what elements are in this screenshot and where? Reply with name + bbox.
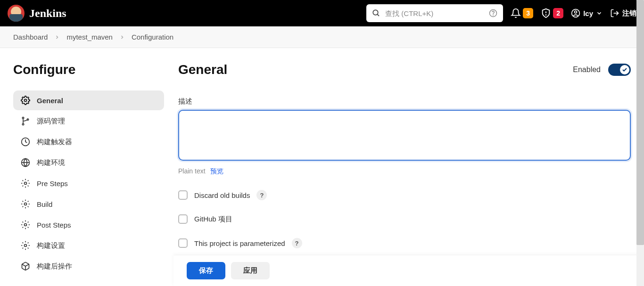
discard-old-builds-checkbox[interactable] bbox=[178, 190, 188, 200]
svg-point-16 bbox=[25, 182, 27, 185]
plain-text-label: Plain text bbox=[178, 167, 206, 176]
sidebar-item-label: 构建后操作 bbox=[37, 262, 72, 271]
globe-icon bbox=[21, 158, 30, 167]
enabled-toggle[interactable] bbox=[608, 64, 631, 76]
chevron-right-icon bbox=[119, 34, 125, 40]
svg-point-9 bbox=[25, 99, 27, 102]
content-header: General Enabled bbox=[178, 62, 631, 77]
search-input[interactable] bbox=[385, 9, 484, 17]
header-right: 3 2 lcy 注销 bbox=[366, 4, 636, 22]
svg-point-0 bbox=[373, 10, 378, 15]
preview-link[interactable]: 预览 bbox=[210, 167, 223, 176]
sidebar-title: Configure bbox=[13, 62, 164, 77]
bell-icon bbox=[511, 8, 521, 18]
sidebar-item-triggers[interactable]: 构建触发器 bbox=[13, 132, 164, 152]
help-icon[interactable]: ? bbox=[256, 190, 267, 200]
enabled-section: Enabled bbox=[573, 64, 631, 76]
sidebar-item-settings[interactable]: 构建设置 bbox=[13, 236, 164, 255]
user-menu[interactable]: lcy bbox=[571, 8, 603, 18]
sidebar: Configure General 源码管理 构建触发器 构建环境 Pre St… bbox=[13, 62, 164, 286]
checkbox-row-discard: Discard old builds ? bbox=[178, 190, 631, 200]
search-icon bbox=[372, 9, 380, 17]
sidebar-item-label: Post Steps bbox=[37, 221, 71, 229]
svg-line-1 bbox=[377, 14, 379, 16]
clock-icon bbox=[21, 137, 30, 147]
sidebar-item-general[interactable]: General bbox=[13, 90, 164, 110]
svg-point-19 bbox=[25, 245, 27, 247]
logout-icon bbox=[610, 8, 619, 18]
sidebar-item-env[interactable]: 构建环境 bbox=[13, 153, 164, 172]
github-project-checkbox[interactable] bbox=[178, 214, 188, 224]
help-icon[interactable]: ? bbox=[292, 238, 302, 248]
bottom-bar: 保存 应用 bbox=[173, 255, 644, 286]
shield-icon bbox=[541, 8, 551, 18]
svg-point-18 bbox=[25, 224, 27, 226]
logo-text: Jenkins bbox=[29, 7, 66, 20]
chevron-right-icon bbox=[54, 34, 60, 40]
gear-icon bbox=[21, 179, 30, 188]
branch-icon bbox=[21, 116, 30, 126]
sidebar-item-presteps[interactable]: Pre Steps bbox=[13, 173, 164, 193]
security-badge: 2 bbox=[553, 8, 563, 18]
gear-icon bbox=[21, 199, 30, 209]
svg-point-12 bbox=[22, 123, 24, 125]
svg-point-17 bbox=[25, 203, 27, 205]
logout-link[interactable]: 注销 bbox=[610, 8, 636, 18]
security[interactable]: 2 bbox=[541, 8, 563, 18]
help-circle-icon[interactable] bbox=[489, 9, 497, 17]
gear-icon bbox=[21, 96, 30, 105]
checkbox-label: This project is parameterized bbox=[194, 239, 285, 247]
checkbox-row-github: GitHub 项目 bbox=[178, 214, 631, 224]
logout-text: 注销 bbox=[622, 9, 636, 18]
content: General Enabled 描述 Plain text 预览 Discard… bbox=[178, 62, 631, 286]
sidebar-item-build[interactable]: Build bbox=[13, 194, 164, 214]
sidebar-item-label: Build bbox=[37, 200, 52, 208]
svg-point-3 bbox=[493, 15, 494, 15]
content-title: General bbox=[178, 62, 227, 77]
sidebar-item-poststeps[interactable]: Post Steps bbox=[13, 215, 164, 235]
apply-button[interactable]: 应用 bbox=[231, 262, 270, 279]
header: Jenkins 3 2 lcy 注销 bbox=[0, 0, 644, 26]
toggle-knob bbox=[620, 65, 629, 74]
logo-section[interactable]: Jenkins bbox=[8, 5, 66, 22]
sidebar-item-label: 构建设置 bbox=[37, 241, 65, 250]
scrollbar-thumb[interactable] bbox=[636, 0, 644, 245]
sidebar-item-label: 构建环境 bbox=[37, 158, 65, 167]
check-icon bbox=[622, 67, 627, 73]
checkbox-label: GitHub 项目 bbox=[194, 215, 232, 224]
save-button[interactable]: 保存 bbox=[187, 262, 225, 279]
parameterized-checkbox[interactable] bbox=[178, 238, 188, 248]
chevron-down-icon bbox=[596, 10, 603, 16]
scrollbar[interactable] bbox=[636, 0, 644, 286]
svg-point-7 bbox=[575, 11, 577, 13]
main-container: Configure General 源码管理 构建触发器 构建环境 Pre St… bbox=[0, 48, 644, 286]
sidebar-item-label: 构建触发器 bbox=[37, 138, 72, 147]
description-label: 描述 bbox=[178, 97, 631, 106]
sidebar-item-postbuild[interactable]: 构建后操作 bbox=[13, 256, 164, 276]
search-box[interactable] bbox=[366, 4, 503, 22]
enabled-label: Enabled bbox=[573, 65, 601, 74]
svg-point-5 bbox=[546, 15, 546, 15]
username: lcy bbox=[583, 9, 593, 17]
user-icon bbox=[571, 8, 580, 18]
gear-icon bbox=[21, 241, 30, 250]
breadcrumb-project[interactable]: mytest_maven bbox=[66, 33, 113, 41]
sidebar-item-scm[interactable]: 源码管理 bbox=[13, 111, 164, 131]
checkbox-label: Discard old builds bbox=[194, 191, 250, 199]
breadcrumb-config[interactable]: Configuration bbox=[132, 33, 173, 41]
description-textarea[interactable] bbox=[178, 110, 631, 161]
gear-icon bbox=[21, 220, 30, 229]
checkbox-row-parameterized: This project is parameterized ? bbox=[178, 238, 631, 248]
notifications[interactable]: 3 bbox=[511, 8, 533, 18]
notification-badge: 3 bbox=[523, 8, 533, 18]
jenkins-logo-icon bbox=[8, 5, 25, 22]
package-icon bbox=[21, 261, 30, 271]
sidebar-item-label: 源码管理 bbox=[37, 117, 65, 126]
svg-point-10 bbox=[22, 117, 24, 119]
breadcrumb-dashboard[interactable]: Dashboard bbox=[13, 33, 48, 41]
description-hint: Plain text 预览 bbox=[178, 167, 631, 176]
breadcrumbs: Dashboard mytest_maven Configuration bbox=[0, 26, 644, 48]
sidebar-item-label: Pre Steps bbox=[37, 180, 68, 188]
sidebar-item-label: General bbox=[37, 97, 63, 105]
